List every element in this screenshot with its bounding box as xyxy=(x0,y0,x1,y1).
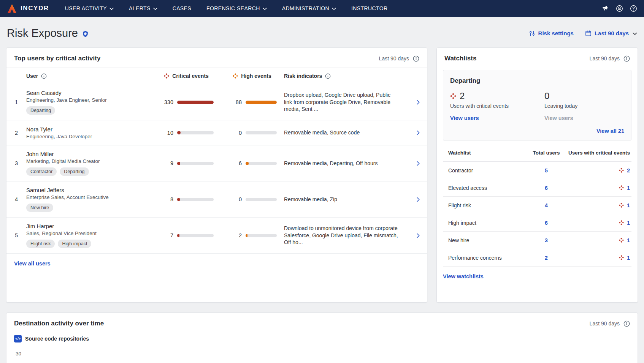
chart-legend[interactable]: </> Source code repositories xyxy=(6,333,638,342)
user-name: John Miller xyxy=(26,151,146,157)
critical-events-bar xyxy=(177,131,214,134)
brand-name: INCYDR xyxy=(21,5,49,12)
critical-events-count: 8 xyxy=(159,196,173,202)
critical-events-bar xyxy=(177,198,214,201)
nav-item-label: ALERTS xyxy=(129,5,151,11)
critical-users-label: Users with critical events xyxy=(450,103,544,109)
info-icon[interactable] xyxy=(623,320,630,327)
user-name: Sean Cassidy xyxy=(26,90,146,96)
top-nav: INCYDR USER ACTIVITY ALERTS CASES FORENS… xyxy=(0,0,644,17)
critical-users-link[interactable]: 1 xyxy=(627,202,630,208)
account-icon[interactable] xyxy=(616,5,623,12)
critical-users-link[interactable]: 2 xyxy=(627,167,630,174)
leaving-today-stat: 0 Leaving today View users xyxy=(544,91,624,121)
user-role: Marketing, Digital Media Creator xyxy=(26,158,146,164)
legend-label: Source code repositories xyxy=(25,336,89,342)
nav-item-label: ADMINISTRATION xyxy=(282,5,329,11)
table-row[interactable]: 3 John Miller Marketing, Digital Media C… xyxy=(6,145,427,182)
high-events-bar xyxy=(246,198,277,201)
date-range-label: Last 90 days xyxy=(595,30,629,36)
nav-item-label: USER ACTIVITY xyxy=(65,5,107,11)
critical-severity-icon xyxy=(450,93,456,99)
total-users-link[interactable]: 6 xyxy=(545,220,548,226)
featured-watchlist-panel: Departing 2 Users with critical events V… xyxy=(443,70,631,140)
high-events-cell: 6 xyxy=(220,160,284,166)
table-row[interactable]: 4 Samuel Jeffers Enterprise Sales, Accou… xyxy=(6,182,427,218)
chevron-right-icon[interactable] xyxy=(409,197,427,202)
help-icon[interactable] xyxy=(630,5,637,12)
watchlist-row: Performance concerns 2 1 xyxy=(443,249,631,267)
column-header-watchlist: Watchlist xyxy=(443,150,529,156)
table-row[interactable]: 1 Sean Cassidy Engineering, Java Enginee… xyxy=(6,84,427,120)
nav-item-label: FORENSIC SEARCH xyxy=(206,5,260,11)
critical-users-link[interactable]: 1 xyxy=(627,255,630,261)
column-header-high: High events xyxy=(241,73,271,79)
nav-item-user-activity[interactable]: USER ACTIVITY xyxy=(65,5,114,11)
page-header: Risk Exposure Risk settings Last 90 days xyxy=(0,17,644,47)
chevron-down-icon xyxy=(263,5,267,11)
nav-item-cases[interactable]: CASES xyxy=(173,5,191,11)
critical-events-bar xyxy=(177,162,214,165)
critical-users-link[interactable]: 1 xyxy=(627,220,630,226)
risk-indicators: Download to unmonitored device from corp… xyxy=(284,225,409,246)
view-users-link[interactable]: View users xyxy=(450,115,479,121)
brand[interactable]: INCYDR xyxy=(7,3,49,14)
nav-item-forensic-search[interactable]: FORENSIC SEARCH xyxy=(206,5,267,11)
nav-item-administration[interactable]: ADMINISTRATION xyxy=(282,5,336,11)
watchlist-row: High impact 6 1 xyxy=(443,214,631,232)
watchlist-name: Elevated access xyxy=(443,185,529,191)
chevron-right-icon[interactable] xyxy=(409,130,427,135)
calendar-icon xyxy=(585,30,592,36)
date-range-selector[interactable]: Last 90 days xyxy=(585,30,637,36)
main-content: Top users by critical activity Last 90 d… xyxy=(0,47,644,303)
high-events-count: 2 xyxy=(227,232,242,238)
table-row[interactable]: 2 Nora Tyler Engineering, Java Developer… xyxy=(6,120,427,145)
critical-events-count: 7 xyxy=(159,232,173,238)
column-header-risk: Risk indicators xyxy=(284,73,322,79)
column-header-user: User xyxy=(26,73,38,79)
y-axis-tick: 30 xyxy=(16,351,638,357)
high-events-cell: 2 xyxy=(220,232,284,238)
watchlist-row: Flight risk 4 1 xyxy=(443,197,631,214)
info-icon[interactable] xyxy=(623,55,630,62)
nav-item-instructor[interactable]: INSTRUCTOR xyxy=(351,5,388,11)
info-icon[interactable] xyxy=(325,73,331,79)
nav-items: USER ACTIVITY ALERTS CASES FORENSIC SEAR… xyxy=(65,5,388,11)
user-name: Jim Harper xyxy=(26,223,146,229)
shield-badge-icon[interactable] xyxy=(82,30,89,38)
total-users-link[interactable]: 3 xyxy=(545,237,548,243)
high-events-count: 0 xyxy=(227,196,242,202)
view-users-link-disabled: View users xyxy=(544,115,573,121)
info-icon[interactable] xyxy=(413,55,419,62)
view-watchlists-link[interactable]: View watchlists xyxy=(437,267,491,286)
high-events-bar xyxy=(246,131,277,134)
chevron-down-icon xyxy=(153,5,157,11)
critical-users-link[interactable]: 1 xyxy=(627,237,630,243)
total-users-link[interactable]: 6 xyxy=(545,185,548,191)
critical-events-cell: 330 xyxy=(152,99,220,105)
risk-settings-link[interactable]: Risk settings xyxy=(529,30,574,36)
total-users-link[interactable]: 5 xyxy=(545,167,548,174)
nav-item-alerts[interactable]: ALERTS xyxy=(129,5,157,11)
critical-events-bar xyxy=(177,234,214,237)
watchlist-badge: High impact xyxy=(58,240,91,248)
risk-settings-icon xyxy=(529,30,535,36)
view-all-21-link[interactable]: View all 21 xyxy=(596,128,624,134)
critical-users-link[interactable]: 1 xyxy=(627,185,630,191)
critical-users-stat: 2 Users with critical events View users xyxy=(450,91,544,121)
chevron-right-icon[interactable] xyxy=(409,161,427,166)
risk-settings-label: Risk settings xyxy=(538,30,574,36)
total-users-link[interactable]: 4 xyxy=(545,202,548,208)
leaving-today-count: 0 xyxy=(544,91,549,101)
critical-severity-icon xyxy=(164,73,169,79)
info-icon[interactable] xyxy=(41,73,47,79)
critical-events-cell: 10 xyxy=(152,130,220,136)
chevron-right-icon[interactable] xyxy=(409,233,427,238)
announcements-icon[interactable] xyxy=(601,5,609,12)
total-users-link[interactable]: 2 xyxy=(545,255,548,261)
table-row[interactable]: 5 Jim Harper Sales, Regional Vice Presid… xyxy=(6,218,427,254)
incydr-logo-icon xyxy=(7,3,17,14)
row-rank: 2 xyxy=(6,130,26,136)
chevron-right-icon[interactable] xyxy=(409,100,427,105)
view-all-users-link[interactable]: View all users xyxy=(6,254,58,273)
